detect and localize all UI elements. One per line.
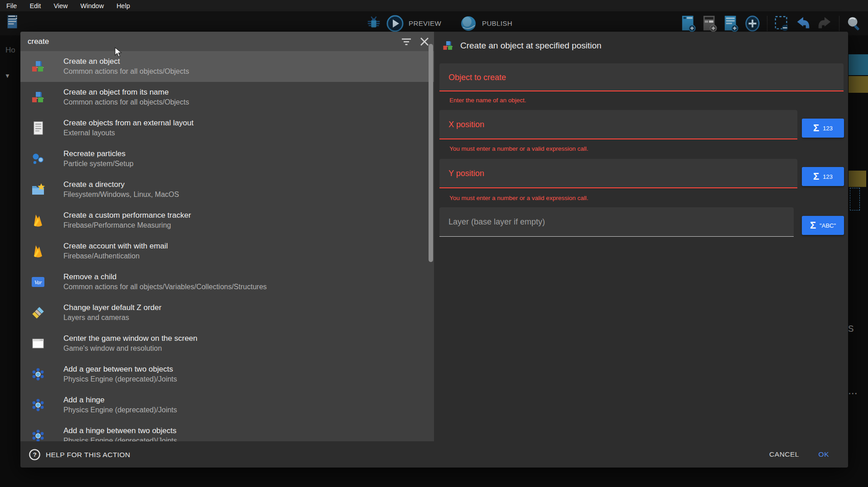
firebase-icon: [31, 244, 45, 258]
preview-button[interactable]: PREVIEW: [409, 19, 441, 27]
field-error-text: Enter the name of an object.: [449, 97, 526, 104]
deselect-icon[interactable]: [773, 15, 791, 32]
search-result-row[interactable]: Add a gear between two objectsPhysics En…: [20, 359, 434, 390]
field-placeholder: Object to create: [448, 63, 506, 91]
search-result-row[interactable]: Recreate particlesParticle system/Setup: [20, 143, 434, 174]
bg-teal-block: [849, 54, 868, 75]
game-window-icon: [31, 336, 45, 351]
svg-text:?: ?: [33, 451, 36, 458]
result-subtitle: External layouts: [63, 128, 193, 138]
field-error-text: You must enter a number or a valid expre…: [449, 195, 588, 201]
result-subtitle: Common actions for all objects/Objects: [63, 67, 189, 76]
result-subtitle: Common actions for all objects/Objects: [63, 97, 189, 107]
search-result-row[interactable]: Create a custom performance trackerFireb…: [20, 205, 434, 236]
doc-add-blue-icon[interactable]: [680, 15, 697, 32]
search-result-row[interactable]: Var Remove a childCommon actions for all…: [20, 267, 434, 297]
doc-add-lines-icon[interactable]: [723, 15, 740, 32]
search-result-row[interactable]: Change layer default Z orderLayers and c…: [20, 297, 434, 328]
param-field-3[interactable]: Y position: [439, 159, 797, 188]
search-result-row[interactable]: Create an objectCommon actions for all o…: [20, 51, 434, 82]
result-subtitle: Physics Engine (deprecated)/Joints: [63, 405, 177, 415]
action-parameters-panel: Create an object at specified position O…: [434, 32, 848, 441]
result-title: Center the game window on the screen: [63, 334, 198, 344]
result-subtitle: Game's window and resolution: [63, 344, 198, 353]
external-layout-icon: [31, 121, 45, 135]
result-title: Create an object: [63, 57, 189, 67]
ok-button[interactable]: OK: [819, 450, 829, 458]
debug-icon[interactable]: [366, 16, 381, 31]
search-input[interactable]: create: [28, 32, 49, 51]
help-circle-icon: ?: [29, 449, 41, 461]
menu-item-view[interactable]: View: [53, 2, 68, 10]
expression-builder-button[interactable]: Σ"ABC": [802, 216, 844, 235]
search-result-row[interactable]: Create account with with emailFirebase/A…: [20, 236, 434, 267]
result-subtitle: Firebase/Performance Measuring: [63, 220, 191, 230]
result-title: Add a hinge between two objects: [63, 426, 177, 436]
physics-joint-icon: [31, 429, 45, 441]
publish-sphere-icon[interactable]: [459, 14, 477, 33]
result-subtitle: Filesystem/Windows, Linux, MacOS: [63, 190, 179, 200]
result-title: Create account with with email: [63, 241, 168, 251]
add-circle-icon[interactable]: [744, 15, 761, 32]
result-subtitle: Layers and cameras: [63, 313, 161, 323]
help-button[interactable]: ? HELP FOR THIS ACTION: [29, 449, 130, 461]
field-placeholder: Y position: [448, 159, 484, 188]
menu-item-window[interactable]: Window: [81, 2, 104, 10]
result-subtitle: Firebase/Authentication: [63, 251, 168, 261]
chevron-down-icon[interactable]: ▼: [5, 72, 10, 79]
result-title: Add a hinge: [63, 395, 177, 405]
layers-zorder-icon: [31, 306, 45, 320]
physics-joint-icon: [31, 398, 45, 412]
redo-icon[interactable]: [816, 15, 833, 32]
home-tab-fragment: Ho: [5, 46, 15, 55]
physics-joint-icon: [31, 367, 45, 382]
sigma-button-label: "ABC": [820, 222, 836, 229]
cancel-button[interactable]: CANCEL: [769, 450, 799, 458]
sigma-icon: Σ: [813, 172, 819, 181]
result-title: Create a directory: [63, 180, 179, 190]
bg-olive-block-2: [849, 171, 866, 187]
search-result-row[interactable]: Create a directoryFilesystem/Windows, Li…: [20, 174, 434, 205]
field-placeholder: Layer (base layer if empty): [448, 207, 545, 237]
search-header: create: [20, 32, 434, 51]
sigma-icon: Σ: [810, 220, 816, 230]
result-title: Recreate particles: [63, 149, 134, 159]
menu-item-edit[interactable]: Edit: [29, 2, 41, 10]
bg-selection-dashed: [850, 188, 860, 210]
play-icon[interactable]: [386, 14, 404, 33]
param-field-2[interactable]: X position: [439, 110, 797, 139]
search-result-row[interactable]: Create objects from an external layoutEx…: [20, 113, 434, 143]
sigma-icon: Σ: [813, 123, 819, 133]
undo-icon[interactable]: [795, 15, 812, 32]
search-result-list: Create an objectCommon actions for all o…: [20, 51, 434, 441]
search-icon[interactable]: [845, 15, 863, 32]
sigma-button-label: 123: [823, 125, 833, 132]
field-placeholder: X position: [448, 110, 484, 139]
project-manager-icon[interactable]: [5, 14, 21, 29]
search-result-row[interactable]: Create an object from its nameCommon act…: [20, 82, 434, 113]
expression-builder-button[interactable]: Σ123: [802, 167, 844, 186]
result-title: Remove a child: [63, 272, 267, 282]
doc-add-gray-icon[interactable]: [701, 15, 719, 32]
param-field-4[interactable]: Layer (base layer if empty): [439, 207, 794, 237]
publish-button[interactable]: PUBLISH: [482, 19, 512, 27]
menu-bar: FileEditViewWindowHelp: [0, 0, 868, 11]
search-result-row[interactable]: Add a hingePhysics Engine (deprecated)/J…: [20, 390, 434, 420]
search-result-row[interactable]: Add a hinge between two objectsPhysics E…: [20, 420, 434, 441]
menu-item-file[interactable]: File: [6, 2, 17, 10]
menu-item-help[interactable]: Help: [116, 2, 130, 10]
scrollbar-thumb[interactable]: [429, 44, 433, 262]
result-title: Add a gear between two objects: [63, 364, 177, 374]
result-subtitle: Physics Engine (deprecated)/Joints: [63, 374, 177, 384]
expression-builder-button[interactable]: Σ123: [802, 119, 844, 138]
action-search-panel: create Create an objectCommon actions fo…: [20, 32, 434, 441]
sigma-button-label: 123: [823, 173, 833, 180]
object-cubes-icon: [31, 90, 45, 105]
param-field-1[interactable]: Object to create: [439, 63, 844, 91]
bg-text-fragment-s: s: [848, 321, 854, 334]
search-result-row[interactable]: Center the game window on the screenGame…: [20, 328, 434, 359]
filter-icon[interactable]: [400, 35, 413, 48]
result-title: Change layer default Z order: [63, 303, 161, 313]
field-error-text: You must enter a number or a valid expre…: [449, 145, 588, 152]
mouse-cursor: [115, 47, 122, 58]
